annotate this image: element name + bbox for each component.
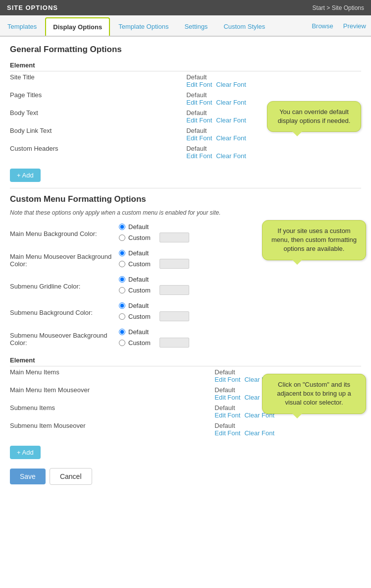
element-name: Submenu Item Mouseover	[10, 420, 214, 438]
clear-font-link[interactable]: Clear Font	[216, 134, 246, 142]
element-name: Page Titles	[10, 89, 186, 100]
color-options-col: Default Custom	[119, 223, 189, 244]
bottom-buttons: Save Cancel	[10, 468, 361, 485]
radio-default[interactable]	[119, 302, 125, 309]
clear-font-link[interactable]: Clear Font	[216, 99, 246, 106]
tab-browse[interactable]: Browse	[307, 17, 338, 36]
color-option-group: Submenu Mouseover Background Color: Defa…	[10, 328, 361, 350]
radio-default-label: Default	[128, 328, 156, 336]
tab-custom-styles[interactable]: Custom Styles	[216, 17, 272, 36]
tab-templates[interactable]: Templates	[0, 17, 44, 36]
color-label: Main Menu Background Color:	[10, 230, 119, 237]
element-name: Main Menu Item Mouseover	[10, 384, 214, 402]
color-options-col: Default Custom	[119, 328, 189, 350]
color-swatch[interactable]	[159, 338, 189, 348]
color-swatch[interactable]	[159, 285, 189, 295]
clear-font-link[interactable]: Clear Font	[216, 117, 246, 124]
radio-custom[interactable]	[119, 235, 125, 241]
edit-font-link[interactable]: Edit Font	[214, 394, 240, 401]
radio-custom[interactable]	[119, 313, 125, 320]
color-label: Submenu Background Color:	[10, 309, 119, 316]
radio-custom-label: Custom	[128, 260, 156, 268]
tooltip-bubble-2: If your site uses a custom menu, then cu…	[262, 220, 366, 260]
radio-custom[interactable]	[119, 261, 125, 267]
tab-preview[interactable]: Preview	[338, 17, 371, 36]
color-swatch[interactable]	[159, 311, 189, 321]
custom-menu-title: Custom Menu Formatting Options	[10, 194, 361, 204]
general-add-button[interactable]: + Add	[10, 169, 41, 182]
radio-custom-label: Custom	[128, 287, 156, 294]
color-options-col: Default Custom	[119, 249, 189, 271]
radio-default[interactable]	[119, 276, 125, 283]
element-name: Body Link Text	[10, 125, 186, 135]
clear-font-link[interactable]: Clear Font	[244, 429, 274, 437]
custom-element-col-header: Element	[10, 354, 214, 366]
color-label: Submenu Gridline Color:	[10, 283, 119, 290]
edit-font-link[interactable]: Edit Font	[214, 376, 240, 383]
color-label: Main Menu Mouseover Background Color:	[10, 253, 119, 268]
element-col-header: Element	[10, 59, 186, 71]
color-options-col: Default Custom	[119, 276, 189, 297]
element-name: Body Text	[10, 107, 186, 118]
radio-custom[interactable]	[119, 340, 125, 346]
general-formatting-title: General Formatting Options	[10, 45, 361, 55]
edit-font-link[interactable]: Edit Font	[186, 117, 212, 124]
clear-font-link[interactable]: Clear Font	[216, 81, 246, 88]
radio-custom-label: Custom	[128, 234, 156, 241]
tooltip-bubble-3: Click on "Custom" and its adjacent box t…	[262, 374, 366, 414]
radio-custom-label: Custom	[128, 313, 156, 320]
tooltip-bubble-1: You can override default display options…	[267, 101, 361, 132]
edit-font-link[interactable]: Edit Font	[214, 412, 240, 419]
table-row: Site Title Default Edit Font Clear Font	[10, 71, 361, 90]
radio-default-label: Default	[128, 302, 156, 309]
edit-font-link[interactable]: Edit Font	[186, 81, 212, 88]
edit-font-link[interactable]: Edit Font	[186, 134, 212, 142]
tabs-bar: Templates Display Options Template Optio…	[0, 15, 371, 37]
cancel-button[interactable]: Cancel	[50, 468, 92, 485]
radio-default-label: Default	[128, 276, 156, 283]
element-name: Custom Headers	[10, 143, 186, 153]
radio-custom[interactable]	[119, 287, 125, 294]
site-header: SITE OPTIONS Start > Site Options	[0, 0, 371, 15]
color-swatch[interactable]	[159, 259, 189, 269]
save-button[interactable]: Save	[10, 469, 46, 484]
tab-display-options[interactable]: Display Options	[45, 17, 110, 36]
table-row: Submenu Item Mouseover Default Edit Font…	[10, 420, 361, 438]
default-label: Default	[214, 422, 357, 429]
clear-font-link[interactable]: Clear Font	[216, 152, 246, 160]
color-options-col: Default Custom	[119, 302, 189, 323]
radio-custom-label: Custom	[128, 339, 156, 347]
element-name: Submenu Items	[10, 402, 214, 420]
radio-default[interactable]	[119, 250, 125, 256]
custom-menu-note: Note that these options only apply when …	[10, 209, 361, 216]
page-container: SITE OPTIONS Start > Site Options Templa…	[0, 0, 371, 588]
edit-font-link[interactable]: Edit Font	[186, 99, 212, 106]
tab-template-options[interactable]: Template Options	[111, 17, 176, 36]
main-content: You can override default display options…	[0, 37, 371, 493]
default-label: Default	[186, 145, 357, 152]
element-name: Main Menu Items	[10, 366, 214, 385]
color-option-group: Submenu Background Color: Default Custom	[10, 302, 361, 323]
default-label: Default	[186, 73, 357, 81]
element-name: Site Title	[10, 71, 186, 82]
default-label: Default	[186, 91, 357, 99]
custom-menu-add-button[interactable]: + Add	[10, 446, 41, 459]
radio-default[interactable]	[119, 224, 125, 230]
breadcrumb: Start > Site Options	[313, 4, 364, 11]
radio-default-label: Default	[128, 223, 156, 231]
edit-font-link[interactable]: Edit Font	[186, 152, 212, 160]
site-title: SITE OPTIONS	[7, 4, 58, 11]
color-option-group: Submenu Gridline Color: Default Custom	[10, 276, 361, 297]
radio-default[interactable]	[119, 329, 125, 335]
radio-default-label: Default	[128, 249, 156, 257]
color-label: Submenu Mouseover Background Color:	[10, 332, 119, 347]
color-swatch[interactable]	[159, 233, 189, 242]
table-row: Custom Headers Default Edit Font Clear F…	[10, 143, 361, 161]
tab-settings[interactable]: Settings	[177, 17, 215, 36]
edit-font-link[interactable]: Edit Font	[214, 429, 240, 437]
